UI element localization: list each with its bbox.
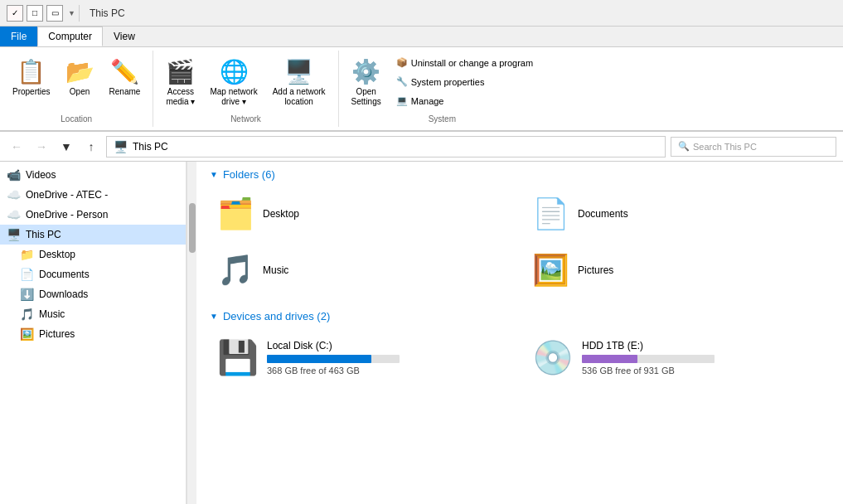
sidebar-item-this-pc[interactable]: 🖥️ This PC bbox=[0, 225, 186, 245]
sidebar-item-onedrive-person[interactable]: ☁️ OneDrive - Person bbox=[0, 205, 186, 225]
uninstall-icon: 📦 bbox=[396, 57, 408, 68]
onedrive-atec-icon: ☁️ bbox=[7, 188, 21, 201]
recent-button[interactable]: ▼ bbox=[56, 137, 76, 157]
music-folder-icon: 🎵 bbox=[217, 253, 254, 288]
folders-chevron[interactable]: ▼ bbox=[210, 170, 218, 179]
drive-c-info: Local Disk (C:) 368 GB free of 463 GB bbox=[267, 340, 507, 376]
separator bbox=[79, 5, 80, 22]
folder-pictures[interactable]: 🖼️ Pictures bbox=[525, 247, 830, 293]
folders-section-header: ▼ Folders (6) bbox=[210, 168, 830, 181]
folder-music[interactable]: 🎵 Music bbox=[210, 247, 515, 293]
sidebar-item-documents[interactable]: 📄 Documents bbox=[0, 264, 186, 284]
pictures-label: Pictures bbox=[39, 328, 75, 340]
pictures-folder-name: Pictures bbox=[578, 264, 613, 276]
open-settings-label: OpenSettings bbox=[351, 87, 381, 107]
pictures-icon: 🖼️ bbox=[20, 327, 34, 341]
drive-e-bar-bg bbox=[582, 355, 715, 363]
drive-e[interactable]: 💿 HDD 1TB (E:) 536 GB free of 931 GB bbox=[525, 332, 830, 383]
open-settings-button[interactable]: ⚙️ OpenSettings bbox=[346, 54, 387, 111]
drive-c-name: Local Disk (C:) bbox=[267, 340, 507, 351]
music-label: Music bbox=[39, 308, 65, 320]
folder-documents[interactable]: 📄 Documents bbox=[525, 191, 830, 237]
music-icon: 🎵 bbox=[20, 308, 34, 321]
drive-c-bar-fill bbox=[267, 355, 371, 363]
sidebar-container: 📹 Videos ☁️ OneDrive - ATEC - ☁️ OneDriv… bbox=[0, 162, 196, 504]
videos-icon: 📹 bbox=[7, 168, 21, 182]
system-properties-icon: 🔧 bbox=[396, 76, 408, 87]
address-path[interactable]: 🖥️ This PC bbox=[106, 136, 666, 158]
up-button[interactable]: ↑ bbox=[81, 137, 101, 157]
tab-file[interactable]: File bbox=[0, 27, 37, 46]
title-bar: ✓ □ ▭ ▼ This PC bbox=[0, 0, 843, 27]
system-properties-button[interactable]: 🔧 System properties bbox=[390, 73, 539, 90]
path-text: This PC bbox=[133, 141, 168, 153]
drives-section: ▼ Devices and drives (2) 💾 Local Disk (C… bbox=[210, 310, 830, 383]
access-media-icon: 🎬 bbox=[166, 58, 195, 85]
sidebar-scrollbar-thumb[interactable] bbox=[189, 203, 196, 253]
back-button[interactable]: ← bbox=[7, 137, 27, 157]
drives-grid: 💾 Local Disk (C:) 368 GB free of 463 GB … bbox=[210, 332, 830, 383]
tab-computer[interactable]: Computer bbox=[37, 27, 103, 46]
rename-icon: ✏️ bbox=[110, 58, 139, 85]
documents-folder-name: Documents bbox=[578, 208, 628, 220]
sidebar-item-desktop[interactable]: 📁 Desktop bbox=[0, 245, 186, 264]
manage-button[interactable]: 💻 Manage bbox=[390, 92, 539, 109]
sidebar-item-downloads[interactable]: ⬇️ Downloads bbox=[0, 284, 186, 304]
sidebar-scrollbar[interactable] bbox=[187, 162, 196, 504]
rename-label: Rename bbox=[109, 87, 141, 97]
window-title: This PC bbox=[90, 7, 125, 19]
map-network-drive-button[interactable]: 🌐 Map networkdrive ▾ bbox=[204, 54, 263, 111]
open-button[interactable]: 📂 Open bbox=[60, 54, 100, 101]
undo-icon[interactable]: □ bbox=[27, 5, 43, 22]
drives-chevron[interactable]: ▼ bbox=[210, 312, 218, 321]
desktop-folder-name: Desktop bbox=[263, 208, 299, 220]
sidebar-item-videos[interactable]: 📹 Videos bbox=[0, 165, 186, 185]
folders-header-label: Folders (6) bbox=[223, 168, 275, 181]
this-pc-label: This PC bbox=[26, 229, 61, 240]
downloads-icon: ⬇️ bbox=[20, 288, 34, 301]
uninstall-button[interactable]: 📦 Uninstall or change a program bbox=[390, 54, 539, 71]
drive-e-info: HDD 1TB (E:) 536 GB free of 931 GB bbox=[582, 340, 822, 376]
onedrive-person-icon: ☁️ bbox=[7, 208, 21, 221]
videos-label: Videos bbox=[26, 169, 56, 181]
system-properties-label: System properties bbox=[411, 77, 485, 87]
system-buttons: ⚙️ OpenSettings 📦 Uninstall or change a … bbox=[346, 54, 540, 111]
forward-button[interactable]: → bbox=[31, 137, 51, 157]
access-media-button[interactable]: 🎬 Accessmedia ▾ bbox=[160, 54, 201, 111]
location-buttons: 📋 Properties 📂 Open ✏️ Rename bbox=[7, 54, 146, 111]
drive-e-bar-fill bbox=[582, 355, 637, 363]
drive-c-free: 368 GB free of 463 GB bbox=[267, 366, 507, 376]
ribbon-tab-bar: File Computer View bbox=[0, 27, 843, 47]
tab-view[interactable]: View bbox=[103, 27, 146, 46]
redo-icon[interactable]: ▭ bbox=[46, 5, 63, 22]
location-group-label: Location bbox=[7, 114, 146, 124]
main-content: 📹 Videos ☁️ OneDrive - ATEC - ☁️ OneDriv… bbox=[0, 162, 843, 504]
sidebar-item-music[interactable]: 🎵 Music bbox=[0, 304, 186, 324]
open-label: Open bbox=[70, 87, 90, 97]
drive-c[interactable]: 💾 Local Disk (C:) 368 GB free of 463 GB bbox=[210, 332, 515, 383]
folders-grid: 🗂️ Desktop 📄 Documents 🎵 Music 🖼️ Pictur… bbox=[210, 191, 830, 293]
properties-button[interactable]: 📋 Properties bbox=[7, 54, 56, 101]
access-media-label: Accessmedia ▾ bbox=[166, 87, 195, 107]
this-pc-icon: 🖥️ bbox=[7, 228, 21, 241]
rename-button[interactable]: ✏️ Rename bbox=[104, 54, 147, 101]
sidebar: 📹 Videos ☁️ OneDrive - ATEC - ☁️ OneDriv… bbox=[0, 162, 187, 504]
folder-desktop[interactable]: 🗂️ Desktop bbox=[210, 191, 515, 237]
network-group-label: Network bbox=[160, 114, 331, 124]
onedrive-person-label: OneDrive - Person bbox=[26, 209, 108, 220]
search-placeholder: Search This PC bbox=[693, 142, 757, 152]
drive-e-name: HDD 1TB (E:) bbox=[582, 340, 822, 351]
open-icon: 📂 bbox=[65, 58, 94, 85]
sidebar-item-onedrive-atec[interactable]: ☁️ OneDrive - ATEC - bbox=[0, 185, 186, 205]
customize-arrow[interactable]: ▼ bbox=[68, 9, 75, 17]
save-icon[interactable]: ✓ bbox=[7, 5, 23, 22]
add-network-location-label: Add a networklocation bbox=[273, 87, 326, 107]
ribbon-group-system: ⚙️ OpenSettings 📦 Uninstall or change a … bbox=[339, 51, 546, 127]
add-network-location-button[interactable]: 🖥️ Add a networklocation bbox=[267, 54, 332, 111]
content-area: ▼ Folders (6) 🗂️ Desktop 📄 Documents 🎵 M… bbox=[196, 162, 843, 504]
drive-c-bar-bg bbox=[267, 355, 400, 363]
sidebar-item-pictures[interactable]: 🖼️ Pictures bbox=[0, 324, 186, 344]
documents-label: Documents bbox=[39, 269, 90, 280]
search-box[interactable]: 🔍 Search This PC bbox=[671, 137, 836, 157]
map-network-drive-label: Map networkdrive ▾ bbox=[210, 87, 257, 107]
